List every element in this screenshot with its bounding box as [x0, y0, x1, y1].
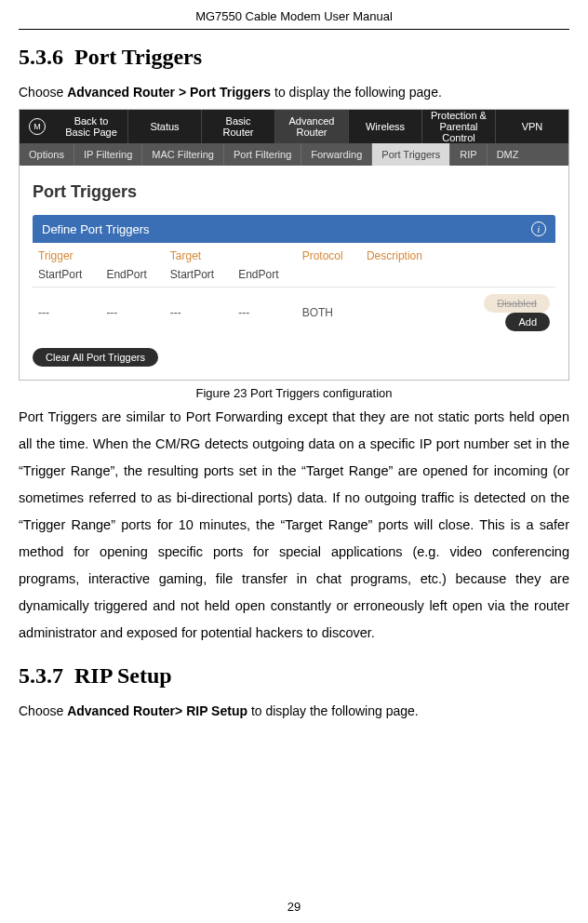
- cell-trigger-start: ---: [33, 288, 100, 341]
- tab-dmz[interactable]: DMZ: [488, 143, 528, 166]
- cell-trigger-end: ---: [100, 288, 164, 341]
- tab-options[interactable]: Options: [20, 143, 74, 166]
- nav-vpn[interactable]: VPN: [496, 110, 568, 143]
- col-description: Description: [361, 243, 444, 266]
- col-target-start: StartPort: [165, 266, 233, 288]
- nav-wireless[interactable]: Wireless: [349, 110, 422, 143]
- port-triggers-table: Trigger Target Protocol Description Star…: [33, 243, 555, 341]
- nav-advanced-router[interactable]: Advanced Router: [275, 110, 349, 143]
- section-title-2: RIP Setup: [74, 663, 172, 688]
- col-trigger-start: StartPort: [33, 266, 100, 288]
- cell-target-end: ---: [233, 288, 296, 341]
- section-title: Port Triggers: [74, 45, 202, 69]
- col-trigger-end: EndPort: [100, 266, 164, 288]
- panel-header: Define Port Triggers i: [33, 215, 555, 243]
- screenshot-page-title: Port Triggers: [33, 182, 555, 202]
- screenshot-port-triggers: M Back to Basic Page Status Basic Router…: [19, 109, 569, 381]
- tab-ip-filtering[interactable]: IP Filtering: [74, 143, 142, 166]
- secondary-nav: Options IP Filtering MAC Filtering Port …: [20, 143, 568, 166]
- add-button[interactable]: Add: [505, 313, 550, 331]
- col-target-end: EndPort: [233, 266, 296, 288]
- figure-caption: Figure 23 Port Triggers configuration: [19, 386, 569, 400]
- section2-intro: Choose Advanced Router> RIP Setup to dis…: [19, 703, 569, 718]
- section-heading-rip-setup: 5.3.7 RIP Setup: [19, 663, 569, 689]
- nav-status[interactable]: Status: [128, 110, 202, 143]
- cell-protocol: BOTH: [297, 288, 361, 341]
- doc-header: MG7550 Cable Modem User Manual: [19, 9, 569, 30]
- panel-header-text: Define Port Triggers: [42, 222, 150, 236]
- logo-icon[interactable]: M: [20, 110, 55, 143]
- clear-all-button[interactable]: Clear All Port Triggers: [33, 348, 158, 367]
- tab-port-triggers[interactable]: Port Triggers: [372, 143, 450, 166]
- nav-back-to-basic[interactable]: Back to Basic Page: [55, 110, 128, 143]
- section-number-2: 5.3.7: [19, 663, 63, 688]
- section1-body: Port Triggers are similar to Port Forwar…: [19, 404, 569, 647]
- nav-basic-router[interactable]: Basic Router: [202, 110, 275, 143]
- cell-description: [361, 288, 444, 341]
- section-heading-port-triggers: 5.3.6 Port Triggers: [19, 45, 569, 70]
- tab-rip[interactable]: RIP: [450, 143, 487, 166]
- tab-mac-filtering[interactable]: MAC Filtering: [142, 143, 224, 166]
- page-number: 29: [0, 900, 588, 914]
- col-protocol: Protocol: [297, 243, 361, 266]
- disabled-button[interactable]: Disabled: [484, 294, 550, 313]
- nav-protection[interactable]: Protection & Parental Control: [422, 110, 496, 143]
- section1-intro: Choose Advanced Router > Port Triggers t…: [19, 85, 569, 100]
- info-icon[interactable]: i: [531, 221, 546, 236]
- tab-forwarding[interactable]: Forwarding: [301, 143, 372, 166]
- primary-nav: M Back to Basic Page Status Basic Router…: [20, 110, 568, 143]
- col-trigger: Trigger: [33, 243, 165, 266]
- tab-port-filtering[interactable]: Port Filtering: [224, 143, 301, 166]
- cell-target-start: ---: [165, 288, 233, 341]
- col-target: Target: [165, 243, 297, 266]
- section-number: 5.3.6: [19, 45, 63, 69]
